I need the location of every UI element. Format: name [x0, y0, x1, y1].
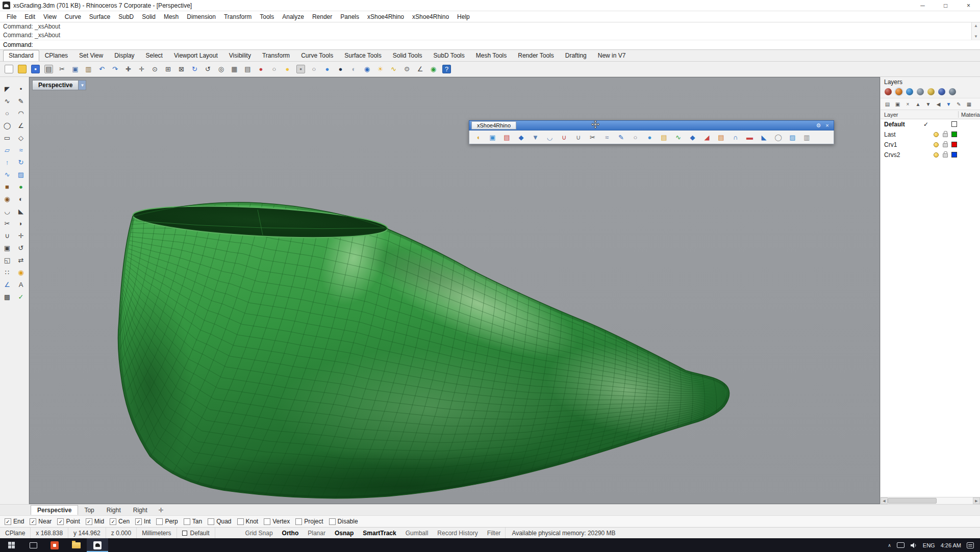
viewport-perspective[interactable]: Perspective ▼ xShoe4Rhino ⚙ × ◖▣▤◆▼◡∪∪✂≈… [29, 77, 880, 504]
osnap-int-checkbox[interactable]: ✓ [135, 518, 142, 525]
menu-transform[interactable]: Transform [220, 12, 256, 22]
pen-icon[interactable]: ✎ [614, 132, 628, 143]
rotate-view-icon[interactable]: ↻ [188, 63, 201, 75]
viewport-tab-right[interactable]: Right [100, 506, 127, 515]
move-down-icon[interactable]: ▼ [924, 100, 933, 108]
toolbar-tab-set-view[interactable]: Set View [73, 50, 109, 61]
menu-surface[interactable]: Surface [85, 12, 114, 22]
new-layer-icon[interactable]: ▤ [883, 100, 892, 108]
help-icon[interactable]: ? [440, 63, 453, 75]
toolbar-close-icon[interactable]: × [823, 121, 832, 129]
paste-icon[interactable]: ▥ [82, 63, 95, 75]
layer-color-swatch[interactable] [951, 142, 957, 147]
wedge-blue-icon[interactable]: ◣ [757, 132, 771, 143]
ellipse-icon[interactable]: ◯ [1, 120, 14, 132]
start-button[interactable] [0, 538, 22, 552]
toolbar-tab-subd-tools[interactable]: SubD Tools [428, 50, 470, 61]
units-indicator[interactable]: Millimeters [137, 528, 177, 538]
osnap-near-checkbox[interactable]: ✓ [30, 518, 36, 525]
point-icon[interactable]: • [15, 83, 28, 95]
edit-icon[interactable]: ✎ [954, 100, 963, 108]
menu-xshoe4rhino[interactable]: xShoe4Rhino [408, 12, 453, 22]
scrollbar-thumb[interactable] [888, 498, 937, 504]
select-arrow-icon[interactable]: ◤ [1, 83, 14, 95]
undo-icon[interactable]: ↶ [95, 63, 108, 75]
menu-xshoe4rhino[interactable]: xShoe4Rhino [363, 12, 408, 22]
rendering-tab-icon[interactable] [938, 88, 945, 95]
wireframe-mode-icon[interactable]: ○ [308, 63, 320, 75]
status-toggle-planar[interactable]: Planar [303, 530, 330, 537]
cylinder-icon[interactable]: ◉ [1, 193, 14, 205]
polygon-icon[interactable]: ◇ [15, 132, 28, 144]
control-point-curve-icon[interactable]: ∿ [1, 95, 14, 107]
add-viewport-icon[interactable]: ✛ [154, 507, 169, 514]
layer-row[interactable]: Last [881, 129, 980, 140]
menu-mesh[interactable]: Mesh [160, 12, 183, 22]
surface-3pt-icon[interactable]: ▱ [1, 144, 14, 156]
scale-icon[interactable]: ◱ [1, 254, 14, 266]
rotate-camera-icon[interactable]: ↺ [202, 63, 214, 75]
new-file-icon[interactable] [3, 63, 15, 75]
layers-tab-icon[interactable] [895, 88, 902, 95]
boolean-union-icon[interactable]: ◐ [15, 193, 28, 205]
close-icon[interactable]: × [957, 0, 980, 11]
circle-icon[interactable]: ○ [1, 108, 14, 119]
osnap-knot-checkbox[interactable] [237, 518, 244, 525]
chart-icon[interactable]: ▤ [500, 132, 514, 143]
layers-yellow-icon[interactable]: ▤ [657, 132, 671, 143]
viewport-menu-chevron-icon[interactable]: ▼ [79, 80, 86, 90]
open-file-icon[interactable] [16, 63, 29, 75]
viewport-tab-perspective[interactable]: Perspective [31, 505, 78, 515]
toolbar-tab-visibility[interactable]: Visibility [223, 50, 257, 61]
zoom-extents-icon[interactable]: ⊠ [175, 63, 188, 75]
toolbar-tab-curve-tools[interactable]: Curve Tools [295, 50, 339, 61]
osnap-project-checkbox[interactable] [295, 518, 302, 525]
display-tab-icon[interactable] [906, 88, 913, 95]
toolbar-tab-standard[interactable]: Standard [3, 50, 39, 61]
options-gears-icon[interactable]: ⚙ [400, 63, 413, 75]
save-icon[interactable]: ▪ [29, 63, 42, 75]
osnap-cen-checkbox[interactable]: ✓ [110, 518, 116, 525]
sweep-icon[interactable]: ∿ [1, 169, 14, 180]
show-objects-icon[interactable]: ○ [268, 63, 281, 75]
scroll-down-icon[interactable]: ▼ [974, 34, 978, 39]
osnap-mid-checkbox[interactable]: ✓ [86, 518, 92, 525]
scroll-right-icon[interactable]: ▶ [973, 497, 980, 504]
taskbar-task-view-button[interactable] [22, 538, 44, 552]
cut-icon[interactable]: ✂ [56, 63, 68, 75]
render-icon[interactable]: ◉ [361, 63, 373, 75]
toolbar-tab-mesh-tools[interactable]: Mesh Tools [470, 50, 512, 61]
toolbar-tab-solid-tools[interactable]: Solid Tools [387, 50, 428, 61]
join-icon[interactable]: ∪ [1, 230, 14, 242]
toolbar-settings-gear-icon[interactable]: ⚙ [814, 121, 823, 129]
action-center-icon[interactable] [967, 542, 974, 548]
current-layer-indicator[interactable]: Default [177, 528, 215, 538]
rotate-tool-icon[interactable]: ↺ [15, 242, 28, 254]
toolbar-tab-render-tools[interactable]: Render Tools [512, 50, 560, 61]
sketch-curve-icon[interactable]: ✎ [15, 95, 28, 107]
collapse-icon[interactable]: ◀ [934, 100, 943, 108]
xshoe4rhino-toolbar[interactable]: xShoe4Rhino ⚙ × ◖▣▤◆▼◡∪∪✂≈✎○●▤∿◆◢▤∩▬◣◯▨▥ [469, 120, 834, 144]
toolbar-tab-transform[interactable]: Transform [257, 50, 295, 61]
shoe-blue-icon[interactable]: ◆ [686, 132, 699, 143]
status-toggle-grid-snap[interactable]: Grid Snap [241, 530, 278, 537]
chamfer-icon[interactable]: ◣ [15, 205, 28, 217]
taskbar-file-explorer-button[interactable] [65, 538, 87, 552]
toolbar-tab-drafting[interactable]: Drafting [560, 50, 592, 61]
viewport-tab-top[interactable]: Top [78, 506, 100, 515]
layer-on-lamp-icon[interactable] [934, 132, 939, 137]
ghosted-mode-icon[interactable]: ◐ [347, 63, 360, 75]
volume-icon[interactable] [910, 542, 917, 548]
layer-lock-icon[interactable] [943, 143, 948, 147]
properties-tab-icon[interactable] [885, 88, 892, 95]
clock[interactable]: 4:26 AM [941, 542, 961, 548]
language-indicator[interactable]: ENG [923, 542, 935, 548]
osnap-disable-checkbox[interactable] [329, 518, 336, 525]
toolbar-tab-viewport-layout[interactable]: Viewport Layout [168, 50, 223, 61]
status-toggle-smarttrack[interactable]: SmartTrack [358, 530, 400, 537]
curve-scissors-icon[interactable]: ✂ [586, 132, 599, 143]
knife-red-icon[interactable]: ◢ [700, 132, 714, 143]
menu-panels[interactable]: Panels [336, 12, 363, 22]
lamp-icon[interactable]: ● [281, 63, 294, 75]
polyline-icon[interactable]: ∠ [15, 120, 28, 132]
